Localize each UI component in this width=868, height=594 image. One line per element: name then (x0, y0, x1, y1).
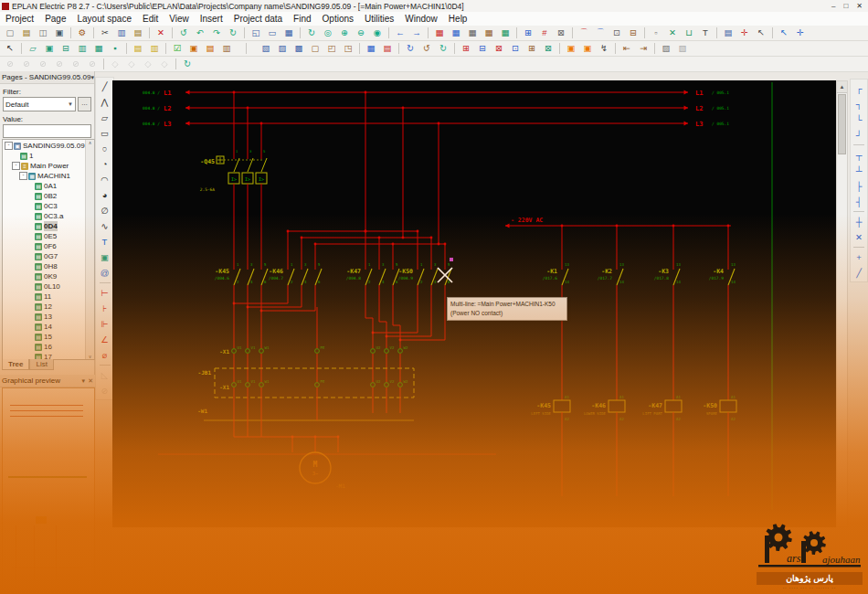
arrow-tool-icon[interactable]: ↖ (753, 26, 769, 40)
move-handle-icon[interactable]: ⊟ (625, 26, 641, 40)
restore-button[interactable]: □ (843, 2, 848, 10)
device-cart-icon[interactable]: ⊔ (681, 26, 697, 40)
corner-down-left-icon[interactable]: ┌ (852, 80, 867, 96)
insert-symbol-icon[interactable]: ▱ (25, 41, 41, 56)
connection-point-icon[interactable]: + (852, 249, 867, 265)
refresh-preview-icon[interactable]: ↻ (179, 57, 196, 71)
tree-item-sanding99-05-09[interactable]: -▣SANDING99.05.09 (4, 141, 86, 151)
check-project-icon[interactable]: ☑ (169, 41, 185, 56)
tree-item-0c3[interactable]: ▤0C3 (4, 201, 86, 211)
paste-icon[interactable]: ▤ (130, 26, 146, 40)
plc-box-icon[interactable]: ▥ (74, 41, 90, 56)
copy-icon[interactable]: ▥ (113, 26, 130, 40)
tree-item-main-power[interactable]: -≡Main Power (4, 161, 86, 171)
panel-close-icon[interactable]: ✕ (88, 377, 93, 385)
minimize-button[interactable]: – (831, 2, 835, 10)
selection-pointer-icon[interactable]: ↖ (2, 41, 18, 56)
menu-item-insert[interactable]: Insert (195, 12, 228, 26)
text-cursor-icon[interactable]: T (697, 26, 714, 40)
snap-to-grid-icon[interactable]: # (536, 26, 553, 40)
align-stack-icon[interactable]: ▤ (720, 26, 736, 40)
tab-tree[interactable]: Tree (2, 359, 29, 370)
select-tool-icon[interactable]: ↖ (776, 26, 792, 40)
placeholder-b-icon[interactable]: ▣ (579, 41, 596, 56)
break-point-icon[interactable]: ✕ (852, 229, 867, 245)
new-page-icon[interactable]: ▢ (2, 26, 18, 40)
zoom-window-icon[interactable]: ◎ (320, 26, 336, 40)
graphic-edit-icon[interactable]: ⊡ (609, 26, 625, 40)
undo-icon[interactable]: ↶ (192, 26, 208, 40)
draw-spline-icon[interactable]: ∿ (97, 218, 112, 234)
menu-item-window[interactable]: Window (399, 12, 443, 26)
insert-window-macro-icon[interactable]: ▧ (258, 41, 274, 56)
move-point-icon[interactable]: ✛ (736, 26, 753, 40)
tab-list[interactable]: List (29, 359, 53, 370)
tree-item-0f6[interactable]: ▤0F6 (4, 241, 86, 251)
draw-polygon-icon[interactable]: ▱ (97, 110, 112, 125)
stretch-tool-icon[interactable]: ✕ (664, 26, 681, 40)
cross-connection-icon[interactable]: ┼ (852, 214, 867, 229)
menu-item-view[interactable]: View (164, 12, 195, 26)
tree-item-1[interactable]: ▤1 (4, 151, 86, 161)
t-node-down-icon[interactable]: ┬ (852, 147, 867, 163)
connections-1-icon[interactable]: ⊞ (458, 41, 474, 56)
grid-size-5-icon[interactable]: ▦ (497, 26, 513, 40)
grid-size-1-icon[interactable]: ▦ (431, 26, 448, 40)
close-button[interactable]: ✕ (856, 2, 863, 10)
filter-browse-button[interactable]: … (78, 97, 91, 111)
zoom-in-icon[interactable]: ⊕ (336, 26, 353, 40)
update-parts-icon[interactable]: ▣ (185, 41, 202, 56)
scroll-up-icon[interactable]: ∧ (89, 140, 92, 145)
page-forward-icon[interactable]: → (408, 26, 425, 40)
draw-circle-arc-icon[interactable]: ◔ (97, 156, 112, 172)
black-box-icon[interactable]: ▪ (107, 41, 123, 56)
t-node-left-icon[interactable]: ┤ (852, 194, 867, 209)
placeholder-a-icon[interactable]: ▣ (563, 41, 579, 56)
jump-right-icon[interactable]: ⇥ (635, 41, 651, 56)
connections-5-icon[interactable]: ⊞ (524, 41, 540, 56)
macro-box-icon[interactable]: ◰ (323, 41, 340, 56)
menu-item-edit[interactable]: Edit (137, 12, 164, 26)
angle-dimension-icon[interactable]: ∠ (97, 332, 112, 347)
menu-item-utilities[interactable]: Utilities (359, 12, 399, 26)
menu-item-page[interactable]: Page (39, 12, 71, 26)
insert-symbol-macro-icon[interactable]: ▨ (274, 41, 291, 56)
assign-format-icon[interactable]: ▥ (146, 41, 163, 56)
zoom-entire-icon[interactable]: ◉ (369, 26, 386, 40)
create-macro-icon[interactable]: ▢ (307, 41, 323, 56)
draw-circle-icon[interactable]: ○ (97, 141, 112, 156)
terminal-strip-tool-icon[interactable]: ⊟ (58, 41, 74, 56)
update-connections-icon[interactable]: ⊠ (540, 41, 556, 56)
connections-3-icon[interactable]: ⊠ (491, 41, 507, 56)
cut-icon[interactable]: ✂ (97, 26, 113, 40)
baseline-dimension-icon[interactable]: ⊩ (97, 316, 112, 332)
draw-ellipse-icon[interactable]: ∅ (97, 203, 112, 218)
print-icon[interactable]: ▣ (51, 26, 68, 40)
sync-project-icon[interactable]: ↻ (435, 41, 451, 56)
scrollbar-thumb[interactable] (838, 94, 846, 154)
redraw-icon[interactable]: ↻ (303, 26, 320, 40)
insert-image-icon[interactable]: ▣ (97, 249, 112, 265)
menu-item-options[interactable]: Options (317, 12, 359, 26)
hatch-b-icon[interactable]: ▧ (674, 41, 691, 56)
workbook-icon[interactable]: ▭ (264, 26, 281, 40)
potential-tool-icon[interactable]: ↯ (596, 41, 612, 56)
backup-data-icon[interactable]: ▥ (218, 41, 235, 56)
open-project-icon[interactable]: ▤ (18, 26, 35, 40)
jump-left-icon[interactable]: ⇤ (619, 41, 635, 56)
menu-item-find[interactable]: Find (288, 12, 316, 26)
filter-select[interactable]: Default ▼ (3, 97, 76, 111)
page-properties-icon[interactable]: ◫ (35, 26, 51, 40)
device-navigator-icon[interactable]: ▦ (363, 41, 379, 56)
macro-navigator-icon[interactable]: ◳ (340, 41, 356, 56)
redo-icon[interactable]: ↷ (208, 26, 225, 40)
menu-item-help[interactable]: Help (443, 12, 473, 26)
draw-polyline-icon[interactable]: ⋀ (97, 94, 112, 110)
tree-expander-icon[interactable]: - (19, 172, 27, 180)
tree-item-13[interactable]: ▤13 (4, 312, 86, 322)
schematic-canvas[interactable]: 004.8 /L1L1/ 005.1004.8 /L2L2/ 005.1004.… (112, 80, 836, 527)
radius-dimension-icon[interactable]: ⌀ (97, 347, 112, 363)
tree-item-14[interactable]: ▤14 (4, 322, 86, 332)
t-node-right-icon[interactable]: ├ (852, 178, 867, 194)
insert-hyperlink-icon[interactable]: @ (97, 265, 112, 281)
